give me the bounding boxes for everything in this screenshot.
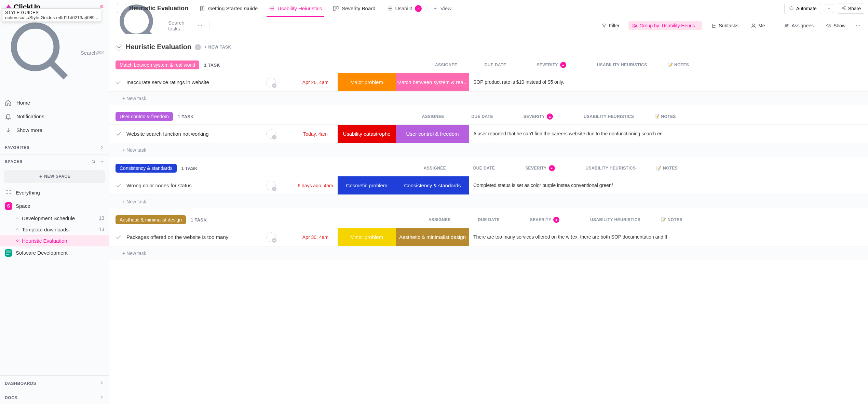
- collapse-all-icon[interactable]: [116, 44, 122, 51]
- due-date-cell[interactable]: 6 days ago, 4am: [293, 176, 338, 194]
- notes-cell[interactable]: A user reported that he can't find the c…: [469, 125, 868, 143]
- col-assignee[interactable]: ASSIGNEE: [412, 166, 457, 171]
- col-heuristics[interactable]: USABILITY HEURISTICS: [574, 166, 647, 171]
- tree-heuristic-evaluation[interactable]: Heuristic Evaluation: [0, 235, 109, 246]
- assignee-cell[interactable]: [249, 176, 293, 194]
- share-button[interactable]: Share: [837, 3, 865, 14]
- tab-usability-heuristics[interactable]: Usability Heiuristics: [264, 0, 327, 17]
- subtasks-button[interactable]: Subtasks: [708, 21, 742, 30]
- severity-cell[interactable]: Minor problem: [338, 228, 396, 246]
- check-icon[interactable]: [116, 79, 122, 85]
- col-assignee[interactable]: ASSIGNEE: [411, 114, 455, 119]
- assignee-cell[interactable]: [249, 228, 293, 246]
- automate-button[interactable]: Automate: [784, 3, 821, 14]
- group-pill[interactable]: User control & freedom: [116, 112, 173, 121]
- tree-software-dev[interactable]: Software Development: [0, 246, 109, 259]
- tab-severity-board[interactable]: Severity Board: [328, 0, 380, 17]
- list-toolbar: Search tasks... ⋯ Filter Group by: Usabi…: [109, 17, 868, 34]
- group-pill[interactable]: Match between system & real world: [116, 60, 199, 69]
- due-date-cell[interactable]: Apr 30, 4am: [293, 228, 338, 246]
- show-button[interactable]: Show: [823, 21, 849, 30]
- check-icon[interactable]: [116, 234, 122, 240]
- spaces-heading[interactable]: SPACES: [0, 154, 109, 167]
- check-icon[interactable]: [116, 131, 122, 137]
- group-pill[interactable]: Aesthetic & minimalist design: [116, 215, 186, 224]
- svg-point-4: [6, 193, 8, 194]
- heuristic-cell[interactable]: Consistency & standards: [396, 176, 469, 194]
- assignee-cell[interactable]: [249, 125, 293, 143]
- group-pill[interactable]: Consistency & standards: [116, 164, 177, 173]
- tree-space[interactable]: S Space: [0, 200, 109, 213]
- col-assignee[interactable]: ASSIGNEE: [417, 217, 462, 222]
- heuristic-cell[interactable]: Aesthetic & minimalist design: [396, 228, 469, 246]
- new-task-row[interactable]: + New task: [109, 246, 868, 260]
- severity-cell[interactable]: Major problem: [338, 73, 396, 91]
- task-row[interactable]: Wrong color codes for status 6 days ago,…: [109, 176, 868, 194]
- page-title-tab[interactable]: Heuristic Evaluation: [112, 0, 193, 17]
- group-by-button[interactable]: Group by: Usability Heuris...: [628, 21, 702, 30]
- new-task-row[interactable]: + New task: [109, 91, 868, 105]
- assignee-cell[interactable]: [249, 73, 293, 91]
- col-severity[interactable]: SEVERITY▲: [509, 113, 567, 120]
- col-severity[interactable]: SEVERITY▲: [516, 217, 574, 223]
- assignees-button[interactable]: Assignees: [781, 21, 817, 30]
- col-notes[interactable]: 📝NOTES: [652, 166, 862, 171]
- tree-everything[interactable]: Everything: [0, 186, 109, 200]
- task-title: Website search function not working: [126, 131, 209, 137]
- due-date-cell[interactable]: Apr 26, 4am: [293, 73, 338, 91]
- sort-icon: ▲: [553, 217, 559, 223]
- space-avatar-icon: S: [5, 202, 12, 210]
- nav-show-more[interactable]: Show more: [0, 123, 109, 137]
- col-severity[interactable]: SEVERITY▲: [511, 165, 569, 171]
- notes-cell[interactable]: There are too many services offered on t…: [469, 228, 868, 246]
- col-heuristics[interactable]: USABILITY HEURISTICS: [585, 63, 659, 67]
- col-due[interactable]: DUE DATE: [462, 166, 506, 171]
- svg-point-21: [752, 24, 754, 25]
- new-space-button[interactable]: ＋ NEW SPACE: [4, 170, 105, 183]
- toolbar-more-icon[interactable]: ⋯: [196, 22, 204, 30]
- col-heuristics[interactable]: USABILITY HEURISTICS: [572, 114, 646, 119]
- favorites-heading[interactable]: FAVORITES: [0, 140, 109, 154]
- col-notes[interactable]: 📝NOTES: [650, 114, 862, 119]
- col-notes[interactable]: 📝NOTES: [657, 217, 862, 222]
- severity-cell[interactable]: Cosmetic problem: [338, 176, 396, 194]
- col-due[interactable]: DUE DATE: [460, 114, 504, 119]
- check-icon[interactable]: [116, 183, 122, 189]
- nav-home[interactable]: Home: [0, 96, 109, 110]
- info-icon[interactable]: i: [195, 44, 201, 50]
- task-row[interactable]: Website search function not working Toda…: [109, 124, 868, 143]
- tree-dev-schedule[interactable]: Development Schedule 13: [0, 213, 109, 224]
- notes-cell[interactable]: Completed status is set as color purple …: [469, 176, 868, 194]
- task-row[interactable]: Packages offered on the website is too m…: [109, 228, 868, 246]
- dashboards-heading[interactable]: DASHBOARDS: [0, 376, 109, 390]
- docs-heading[interactable]: DOCS: [0, 390, 109, 404]
- toolbar-overflow-icon[interactable]: ⋯: [854, 22, 862, 30]
- col-due[interactable]: DUE DATE: [466, 217, 511, 222]
- tab-getting-started[interactable]: Getting Started Guide: [194, 0, 262, 17]
- new-task-button[interactable]: + NEW TASK: [204, 45, 231, 50]
- heuristic-cell[interactable]: Match between system & rea...: [396, 73, 469, 91]
- severity-cell[interactable]: Usability catastrophe: [338, 125, 396, 143]
- automate-dropdown[interactable]: [824, 4, 834, 13]
- add-view-button[interactable]: ＋View: [428, 0, 456, 17]
- tabs-next-icon[interactable]: ›: [415, 5, 422, 12]
- heuristic-cell[interactable]: User control & freedom: [396, 125, 469, 143]
- new-task-row[interactable]: + New task: [109, 194, 868, 208]
- new-task-row[interactable]: + New task: [109, 143, 868, 157]
- tree-template-downloads[interactable]: Template downloads 13: [0, 224, 109, 235]
- me-button[interactable]: Me: [747, 21, 768, 30]
- nav-notifications[interactable]: Notifications: [0, 110, 109, 123]
- tab-usability-truncated[interactable]: Usabilit ›: [382, 0, 426, 17]
- chevron-down-icon[interactable]: [99, 159, 104, 164]
- notes-cell[interactable]: SOP product rate is $10 instead of $5 on…: [469, 73, 868, 91]
- task-row[interactable]: Inaccurate service ratings in website Ap…: [109, 73, 868, 91]
- due-date-cell[interactable]: Today, 4am: [293, 125, 338, 143]
- col-due[interactable]: DUE DATE: [473, 63, 518, 67]
- col-heuristics[interactable]: USABILITY HEURISTICS: [579, 217, 652, 222]
- sidebar-search[interactable]: Search ⌘K: [0, 14, 109, 93]
- filter-button[interactable]: Filter: [598, 21, 623, 30]
- col-notes[interactable]: 📝NOTES: [664, 63, 862, 67]
- search-small-icon[interactable]: [91, 159, 96, 164]
- col-severity[interactable]: SEVERITY▲: [523, 62, 581, 68]
- col-assignee[interactable]: ASSIGNEE: [424, 63, 469, 67]
